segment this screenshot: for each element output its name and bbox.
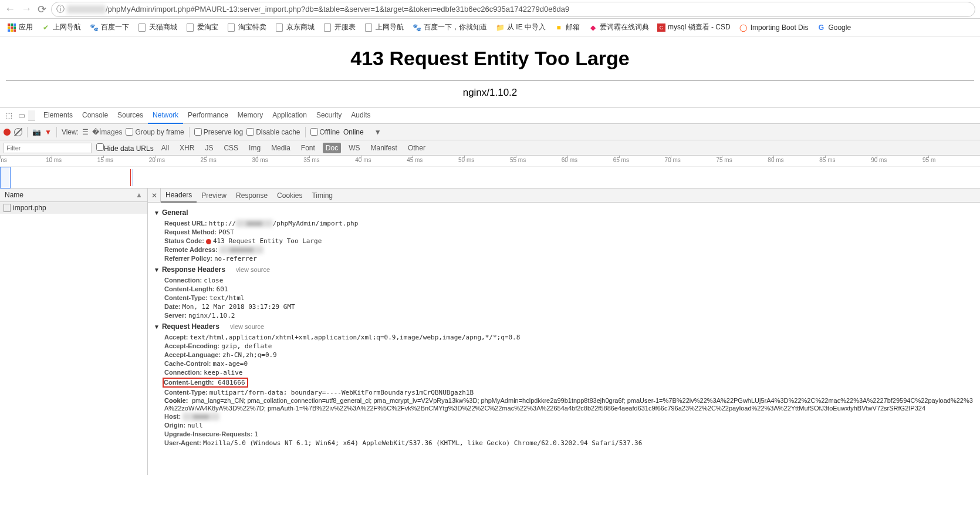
bookmark-icon: ✔ — [41, 23, 50, 32]
filter-toggle-icon[interactable]: ▼ — [45, 128, 52, 136]
tab-console[interactable]: Console — [77, 107, 113, 124]
request-name: import.php — [13, 204, 46, 212]
divider — [6, 80, 974, 81]
devtools-tabs: Elements Console Sources Network Perform… — [39, 107, 376, 124]
tab-elements[interactable]: Elements — [39, 107, 77, 124]
timeline-dom-marker — [130, 169, 131, 186]
bookmark-item[interactable]: Cmysql 锁查看 - CSD — [654, 21, 734, 33]
bookmark-item[interactable]: ✔上网导航 — [38, 21, 85, 33]
sort-icon[interactable]: ▲ — [136, 191, 143, 199]
filter-media[interactable]: Media — [268, 143, 293, 153]
devtools-top-bar: ⬚ ▭ Elements Console Sources Network Per… — [0, 107, 980, 124]
request-row[interactable]: import.php — [0, 202, 147, 214]
tab-audits[interactable]: Audits — [346, 107, 375, 124]
filter-font[interactable]: Font — [298, 143, 318, 153]
back-button[interactable]: ← — [5, 3, 15, 16]
filter-ws[interactable]: WS — [346, 143, 363, 153]
reload-button[interactable]: ⟳ — [38, 3, 46, 16]
url-input[interactable] — [106, 5, 970, 14]
filter-all[interactable]: All — [158, 143, 172, 153]
general-section[interactable]: ▼General — [154, 206, 974, 219]
bookmark-icon: ◆ — [588, 23, 597, 32]
tab-application[interactable]: Application — [268, 107, 312, 124]
throttle-select[interactable]: Online — [343, 128, 364, 136]
network-timeline[interactable]: 5 ms 10 ms 15 ms 20 ms 25 ms 30 ms 35 ms… — [0, 156, 980, 189]
file-icon — [4, 204, 11, 212]
bookmark-item[interactable]: 京东商城 — [271, 21, 318, 33]
filter-js[interactable]: JS — [202, 143, 216, 153]
bookmark-item[interactable]: 🐾百度一下，你就知道 — [408, 21, 491, 33]
bookmark-item[interactable]: 🐾百度一下 — [86, 21, 133, 33]
tab-security[interactable]: Security — [312, 107, 346, 124]
server-signature: nginx/1.10.2 — [0, 87, 980, 99]
bookmark-icon: 🐾 — [89, 23, 99, 32]
bookmark-item[interactable]: 开服表 — [319, 21, 359, 33]
page-icon — [137, 23, 147, 32]
bookmark-item[interactable]: 📁从 IE 中导入 — [492, 21, 549, 33]
filter-doc[interactable]: Doc — [323, 143, 341, 153]
clear-button[interactable] — [14, 128, 22, 136]
tab-sources[interactable]: Sources — [113, 107, 148, 124]
tab-performance[interactable]: Performance — [183, 107, 233, 124]
panel-tab-timing[interactable]: Timing — [307, 189, 337, 202]
panel-tab-preview[interactable]: Preview — [197, 189, 231, 202]
bookmark-icon: C — [657, 23, 665, 32]
address-bar[interactable]: ⓘ xxxxx — [51, 2, 975, 17]
site-info-icon[interactable]: ⓘ — [56, 4, 65, 15]
filter-xhr[interactable]: XHR — [177, 143, 197, 153]
apps-shortcut[interactable]: 应用 — [4, 21, 36, 33]
bookmark-item[interactable]: ■邮箱 — [550, 21, 583, 33]
inspect-icon[interactable]: ⬚ — [2, 111, 15, 120]
tab-network[interactable]: Network — [148, 107, 183, 124]
devtools: ⬚ ▭ Elements Console Sources Network Per… — [0, 107, 980, 475]
page-icon — [364, 23, 373, 32]
filter-css[interactable]: CSS — [221, 143, 241, 153]
preserve-log[interactable]: Preserve log — [194, 128, 243, 136]
bookmark-icon: 🐾 — [412, 23, 421, 32]
bookmark-item[interactable]: ◆爱词霸在线词典 — [584, 21, 653, 33]
panel-tab-headers[interactable]: Headers — [161, 189, 197, 203]
close-panel-icon[interactable]: ✕ — [148, 189, 161, 202]
bookmark-item[interactable]: 上网导航 — [360, 21, 407, 33]
hide-data-urls[interactable]: Hide data URLs — [96, 143, 154, 153]
timeline-load-marker — [133, 169, 133, 186]
network-toolbar: 📷 ▼ View: ☰ �İmages Group by frame Prese… — [0, 124, 980, 140]
page-icon — [323, 23, 332, 32]
bookmark-item[interactable]: GGoogle — [813, 22, 854, 33]
google-icon: G — [816, 23, 826, 32]
dropdown-icon[interactable]: ▼ — [374, 128, 381, 136]
view-overview-icon[interactable]: �İmages — [92, 128, 122, 136]
view-large-icon[interactable]: ☰ — [82, 128, 89, 136]
filter-other[interactable]: Other — [405, 143, 428, 153]
page-content: 413 Request Entity Too Large nginx/1.10.… — [0, 36, 980, 107]
page-icon — [275, 23, 284, 32]
bookmark-item[interactable]: 爱淘宝 — [182, 21, 222, 33]
request-headers-section[interactable]: ▼Request Headersview source — [154, 320, 974, 333]
offline-toggle[interactable]: Offline — [310, 128, 340, 136]
filter-manifest[interactable]: Manifest — [368, 143, 400, 153]
request-list: Name▲ import.php — [0, 189, 148, 475]
filter-input[interactable] — [4, 143, 92, 153]
status-badge — [206, 239, 211, 244]
response-headers-section[interactable]: ▼Response Headersview source — [154, 263, 974, 276]
group-by-frame[interactable]: Group by frame — [126, 128, 184, 136]
bookmark-item[interactable]: ◯Importing Boot Dis — [735, 22, 812, 33]
forward-button[interactable]: → — [21, 3, 32, 16]
tab-memory[interactable]: Memory — [233, 107, 268, 124]
camera-icon[interactable]: 📷 — [32, 128, 41, 136]
filter-img[interactable]: Img — [246, 143, 263, 153]
disable-cache[interactable]: Disable cache — [246, 128, 300, 136]
bookmark-icon: ■ — [554, 23, 563, 32]
apps-icon — [8, 23, 16, 32]
bookmark-item[interactable]: 天猫商城 — [134, 21, 181, 33]
panel-tab-response[interactable]: Response — [231, 189, 272, 202]
bookmark-item[interactable]: 淘宝特卖 — [223, 21, 270, 33]
bookmark-icon: ◯ — [739, 23, 748, 32]
device-toggle-icon[interactable]: ▭ — [15, 111, 28, 120]
page-icon — [185, 23, 195, 32]
timeline-selection[interactable] — [0, 167, 11, 189]
record-button[interactable] — [4, 129, 11, 136]
folder-icon: 📁 — [495, 23, 505, 32]
panel-tab-cookies[interactable]: Cookies — [272, 189, 307, 202]
name-column-header[interactable]: Name — [5, 191, 23, 199]
